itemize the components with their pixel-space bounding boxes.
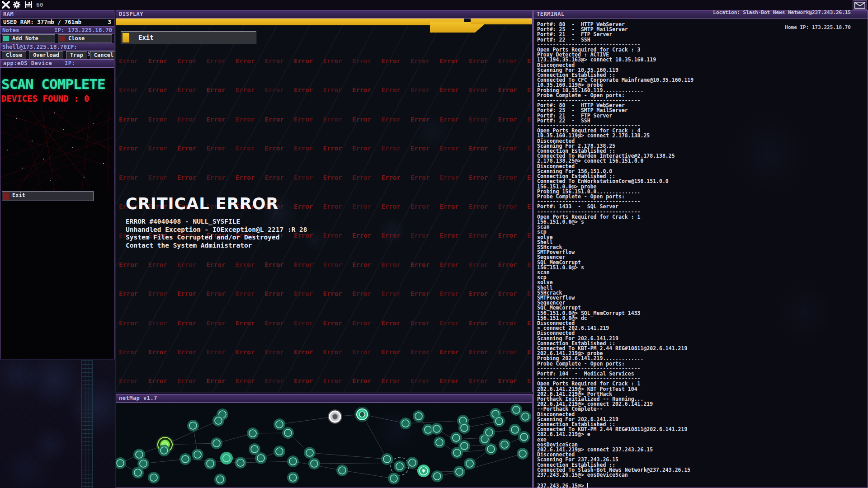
netmap-node-n[interactable] bbox=[132, 467, 144, 479]
terminal-prompt-row[interactable]: 237.243.26.15@> bbox=[537, 483, 868, 488]
error-text: Error bbox=[294, 116, 313, 123]
netmap-node-w[interactable] bbox=[328, 409, 342, 424]
add-note-accent bbox=[3, 36, 9, 41]
netmap-node-n[interactable] bbox=[458, 440, 470, 452]
shell-overload-button[interactable]: Overload bbox=[29, 51, 63, 59]
netmap-node-n[interactable] bbox=[400, 418, 411, 429]
netmap-node-n[interactable] bbox=[158, 445, 170, 456]
error-text: Error bbox=[294, 174, 313, 181]
error-text: Error bbox=[382, 145, 401, 152]
display-exit-accent bbox=[123, 33, 129, 42]
netmap-node-n[interactable] bbox=[187, 420, 199, 432]
netmap-node-n[interactable] bbox=[336, 465, 348, 476]
terminal-line: Sequencer bbox=[537, 255, 868, 260]
scan-visualization bbox=[0, 105, 114, 191]
close-icon[interactable] bbox=[2, 1, 10, 9]
netmap-node-n[interactable] bbox=[287, 455, 299, 467]
netmap-node-n[interactable] bbox=[431, 470, 443, 482]
mail-button[interactable] bbox=[853, 0, 867, 10]
netmap-node-n[interactable] bbox=[381, 453, 393, 465]
terminal-cursor bbox=[587, 483, 588, 488]
netmap-node-n[interactable] bbox=[485, 443, 497, 455]
error-text: Error bbox=[527, 261, 532, 268]
shell-cancel-button[interactable]: Cancel bbox=[90, 51, 118, 59]
netmap-node-n[interactable] bbox=[212, 415, 224, 427]
netmap-node-n[interactable] bbox=[453, 466, 465, 478]
save-icon[interactable] bbox=[24, 1, 33, 9]
terminal-line: 2.178.138.25@> connect 156.151.0.0 bbox=[537, 159, 868, 164]
top-bar: 60 Location: Slash-Bot News Network@237.… bbox=[0, 0, 868, 10]
netmap-node-n[interactable] bbox=[282, 427, 294, 439]
netmap-node-n[interactable] bbox=[413, 410, 425, 422]
netmap-node-n[interactable] bbox=[431, 423, 443, 435]
netmap-node-n[interactable] bbox=[274, 446, 285, 457]
error-text: Error bbox=[148, 377, 167, 385]
netmap-node-h[interactable] bbox=[220, 452, 233, 465]
error-text: Error bbox=[265, 174, 284, 181]
netmap-node-n[interactable] bbox=[517, 448, 528, 460]
error-text: Error bbox=[119, 145, 138, 152]
netmap-node-d[interactable] bbox=[391, 457, 409, 475]
error-text: Error bbox=[440, 116, 459, 123]
error-text: Error bbox=[469, 57, 488, 65]
netmap-window-title: netMap v1.7 bbox=[116, 394, 532, 403]
netmap-node-n[interactable] bbox=[483, 427, 495, 438]
netmap-node-n[interactable] bbox=[304, 447, 316, 459]
terminal-window: TERMINAL Port#: 80 - HTTP WebServerPort#… bbox=[533, 10, 868, 488]
critical-error-box: CRITICAL ERROR ERROR #4040408 - NULL_SYS… bbox=[126, 195, 307, 249]
netmap-node-n[interactable] bbox=[247, 427, 259, 439]
error-text: Error bbox=[382, 57, 401, 65]
netmap-node-n[interactable] bbox=[406, 457, 418, 469]
hazard-band-thin bbox=[471, 19, 532, 24]
scanner-ip: IP: 237.243.26.15 bbox=[65, 60, 112, 67]
netmap-node-n[interactable] bbox=[388, 473, 400, 484]
network-map[interactable] bbox=[116, 403, 532, 488]
netmap-node-n[interactable] bbox=[204, 458, 216, 469]
location-readout: Location: Slash-Bot News Network@237.243… bbox=[713, 0, 851, 40]
error-text: Error bbox=[323, 145, 342, 152]
error-text: Error bbox=[352, 203, 371, 210]
netmap-node-n[interactable] bbox=[214, 474, 226, 485]
display-exit-button[interactable]: Exit bbox=[121, 31, 256, 44]
terminal-line: > connect 202.6.141.219 bbox=[537, 326, 868, 331]
terminal-line: solve bbox=[537, 235, 868, 240]
netmap-node-n[interactable] bbox=[116, 457, 126, 469]
netmap-node-n[interactable] bbox=[235, 457, 246, 469]
netmap-node-n[interactable] bbox=[434, 436, 445, 448]
shell-close-button[interactable]: Close bbox=[2, 51, 26, 59]
close-note-button[interactable]: Close bbox=[58, 34, 112, 42]
error-text: Error bbox=[382, 319, 401, 327]
netmap-node-n[interactable] bbox=[458, 422, 470, 434]
netmap-node-n[interactable] bbox=[518, 431, 530, 443]
gear-icon[interactable] bbox=[13, 1, 21, 9]
terminal-line: Open Ports Required for Crack : 1 bbox=[537, 215, 868, 220]
netmap-node-n[interactable] bbox=[464, 458, 476, 469]
error-text: Error bbox=[498, 145, 517, 152]
envelope-icon bbox=[854, 2, 865, 9]
netmap-node-n[interactable] bbox=[255, 452, 267, 464]
netmap-node-n[interactable] bbox=[211, 437, 222, 449]
shell-trap-button[interactable]: Trap bbox=[66, 51, 87, 59]
add-note-button[interactable]: Add Note bbox=[2, 34, 55, 42]
netmap-node-n[interactable] bbox=[148, 472, 160, 483]
netmap-node-n[interactable] bbox=[519, 411, 531, 422]
netmap-node-n[interactable] bbox=[287, 472, 299, 483]
terminal-body[interactable]: Port#: 80 - HTTP WebServerPort#: 25 - SM… bbox=[534, 19, 868, 488]
error-text: Error bbox=[527, 319, 532, 327]
netmap-node-s[interactable] bbox=[417, 465, 430, 477]
error-text: Error bbox=[294, 261, 313, 268]
netmap-node-n[interactable] bbox=[499, 439, 510, 450]
error-text: Error bbox=[440, 86, 459, 94]
error-text: Error bbox=[294, 348, 313, 356]
netmap-link bbox=[406, 421, 463, 423]
scanner-exit-button[interactable]: Exit bbox=[2, 191, 94, 201]
error-text: Error bbox=[323, 377, 342, 385]
netmap-node-n[interactable] bbox=[308, 458, 320, 469]
notes-bar: Notes IP: 173.225.18.70 bbox=[0, 26, 114, 34]
error-text: Error bbox=[148, 319, 167, 327]
netmap-node-n[interactable] bbox=[192, 449, 203, 460]
netmap-node-c[interactable] bbox=[354, 407, 370, 422]
netmap-node-n[interactable] bbox=[179, 453, 191, 465]
netmap-node-n[interactable] bbox=[274, 418, 285, 430]
netmap-node-n[interactable] bbox=[493, 415, 505, 427]
